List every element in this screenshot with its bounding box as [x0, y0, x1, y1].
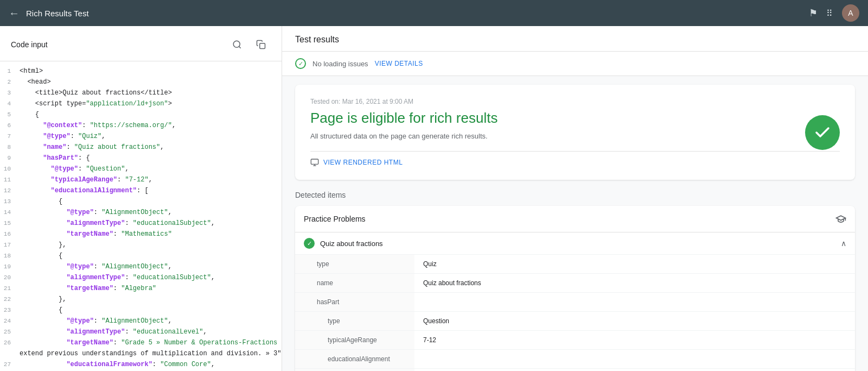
svg-line-1	[239, 46, 240, 48]
prop-alignment-val	[414, 350, 855, 368]
detected-card-title: Practice Problems	[304, 215, 366, 223]
prop-type2-key: type	[295, 312, 414, 330]
result-divider	[310, 151, 840, 152]
code-line: 15 "alignmentType": "educationalSubject"…	[0, 218, 282, 229]
topbar-right: ⚑ ⠿ A	[809, 4, 859, 22]
svg-rect-2	[260, 43, 265, 49]
test-results-header: Test results	[282, 26, 868, 52]
checkmark-icon	[813, 123, 832, 142]
test-results-title: Test results	[295, 35, 339, 44]
quiz-item-name: Quiz about fractions	[320, 240, 835, 248]
code-line: 26 "targetName": "Grade 5 » Number & Ope…	[0, 337, 282, 348]
svg-point-0	[233, 41, 240, 47]
code-line: 23 {	[0, 305, 282, 316]
prop-haspart-val	[414, 293, 855, 311]
code-line: 14 "@type": "AlignmentObject",	[0, 207, 282, 218]
code-line: 21 "targetName": "Algebra"	[0, 283, 282, 294]
prop-agerange-row: typicalAgeRange 7-12	[295, 331, 855, 350]
prop-agerange-val: 7-12	[414, 331, 855, 349]
code-line: 16 "targetName": "Mathematics"	[0, 229, 282, 240]
right-panel: Test results ✓ No loading issues VIEW DE…	[282, 26, 868, 371]
svg-rect-3	[311, 159, 318, 164]
graduation-icon	[835, 213, 846, 224]
view-html-label: VIEW RENDERED HTML	[323, 159, 403, 166]
prop-name-key: name	[295, 274, 414, 292]
code-line: 7 "@type": "Quiz",	[0, 131, 282, 142]
code-line: 20 "alignmentType": "educationalSubject"…	[0, 272, 282, 283]
main-layout: Code input 1<html> 2 <head> 3 <title>Qui…	[0, 26, 868, 371]
code-line: 22 },	[0, 294, 282, 305]
prop-type3-row: type AlignmentObject	[295, 369, 855, 371]
right-panel-content: Tested on: Mar 16, 2021 at 9:00 AM Page …	[282, 76, 868, 371]
detected-card-header: Practice Problems	[295, 206, 855, 232]
code-line: extend previous understandings of multip…	[0, 348, 282, 359]
expand-icon[interactable]: ∧	[841, 239, 846, 248]
copy-button[interactable]	[251, 35, 271, 54]
detected-items-card: Practice Problems ✓ Quiz about fractions…	[295, 206, 855, 371]
topbar: ← Rich Results Test ⚑ ⠿ A	[0, 0, 868, 26]
prop-type3-val: AlignmentObject	[414, 369, 855, 371]
status-bar: ✓ No loading issues VIEW DETAILS	[282, 52, 868, 76]
left-panel: Code input 1<html> 2 <head> 3 <title>Qui…	[0, 26, 282, 371]
code-line: 10 "@type": "Question",	[0, 164, 282, 174]
code-line: 18 {	[0, 250, 282, 261]
prop-type-key: type	[295, 255, 414, 273]
code-line: 11 "typicalAgeRange": "7-12",	[0, 174, 282, 185]
code-line: 12 "educationalAlignment": [	[0, 185, 282, 196]
code-input-header: Code input	[0, 26, 282, 61]
prop-type2-val: Question	[414, 312, 855, 330]
app-title: Rich Results Test	[26, 9, 89, 18]
code-input-title: Code input	[11, 40, 48, 49]
code-editor[interactable]: 1<html> 2 <head> 3 <title>Quiz about fra…	[0, 61, 282, 371]
code-line: 6 "@context": "https://schema.org/",	[0, 120, 282, 131]
result-card: Tested on: Mar 16, 2021 at 9:00 AM Page …	[295, 85, 855, 180]
result-check-badge	[805, 115, 840, 150]
code-line: 24 "@type": "AlignmentObject",	[0, 316, 282, 326]
code-line: 17 },	[0, 240, 282, 250]
prop-haspart-key: hasPart	[295, 293, 414, 311]
copy-icon	[256, 40, 266, 49]
view-details-link[interactable]: VIEW DETAILS	[375, 60, 423, 67]
prop-alignment-key: educationalAlignment	[295, 350, 414, 368]
result-description: All structured data on the page can gene…	[310, 132, 840, 140]
detected-items-title: Detected items	[295, 191, 855, 199]
search-button[interactable]	[227, 35, 247, 54]
code-line: 8 "name": "Quiz about fractions",	[0, 142, 282, 153]
result-meta: Tested on: Mar 16, 2021 at 9:00 AM	[310, 98, 840, 105]
status-text: No loading issues	[312, 60, 368, 68]
view-rendered-html[interactable]: VIEW RENDERED HTML	[310, 158, 840, 167]
code-line: 4 <script type="application/ld+json">	[0, 98, 282, 109]
code-line: 3 <title>Quiz about fractions</title>	[0, 87, 282, 98]
topbar-left: ← Rich Results Test	[9, 7, 89, 20]
properties-table: type Quiz name Quiz about fractions hasP…	[295, 255, 855, 371]
grid-icon[interactable]: ⠿	[826, 8, 833, 18]
prop-type3-key: type	[295, 369, 414, 371]
back-icon[interactable]: ←	[9, 7, 20, 20]
status-check-icon: ✓	[295, 58, 306, 69]
result-title: Page is eligible for rich results	[310, 110, 840, 127]
code-line: 1<html>	[0, 66, 282, 77]
code-line: 2 <head>	[0, 77, 282, 87]
prop-alignment-row: educationalAlignment	[295, 350, 855, 369]
quiz-item-row[interactable]: ✓ Quiz about fractions ∧	[295, 232, 855, 255]
prop-type2-row: type Question	[295, 312, 855, 331]
prop-type-val: Quiz	[414, 255, 855, 273]
flag-icon[interactable]: ⚑	[809, 7, 818, 19]
code-line: 13 {	[0, 196, 282, 207]
avatar[interactable]: A	[842, 4, 859, 22]
code-line: 25 "alignmentType": "educationalLevel",	[0, 326, 282, 337]
code-line: 5 {	[0, 109, 282, 120]
monitor-icon	[310, 158, 319, 167]
search-icon	[232, 40, 242, 49]
code-input-actions	[227, 35, 271, 54]
prop-name-val: Quiz about fractions	[414, 274, 855, 292]
item-check-icon: ✓	[304, 238, 315, 249]
prop-haspart-row: hasPart	[295, 293, 855, 312]
code-line: 9 "hasPart": {	[0, 153, 282, 164]
code-line: 27 "educationalFramework": "Common Core"…	[0, 359, 282, 370]
prop-agerange-key: typicalAgeRange	[295, 331, 414, 349]
prop-type-row: type Quiz	[295, 255, 855, 274]
prop-name-row: name Quiz about fractions	[295, 274, 855, 293]
code-line: 19 "@type": "AlignmentObject",	[0, 261, 282, 272]
